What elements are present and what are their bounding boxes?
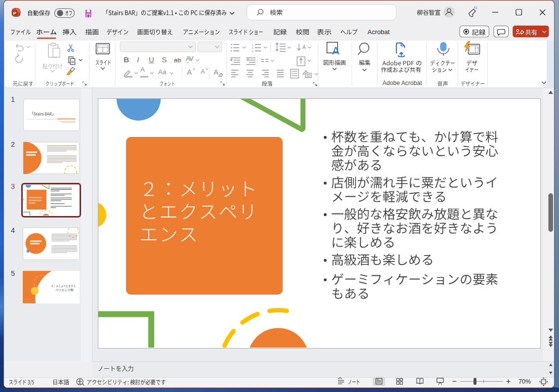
svg-text:A: A xyxy=(332,44,340,57)
svg-text:A: A xyxy=(302,44,306,50)
svg-text:2: 2 xyxy=(252,46,254,49)
svg-text:1: 1 xyxy=(252,44,254,46)
svg-text:3: 3 xyxy=(252,50,254,53)
svg-text:P: P xyxy=(13,10,17,16)
